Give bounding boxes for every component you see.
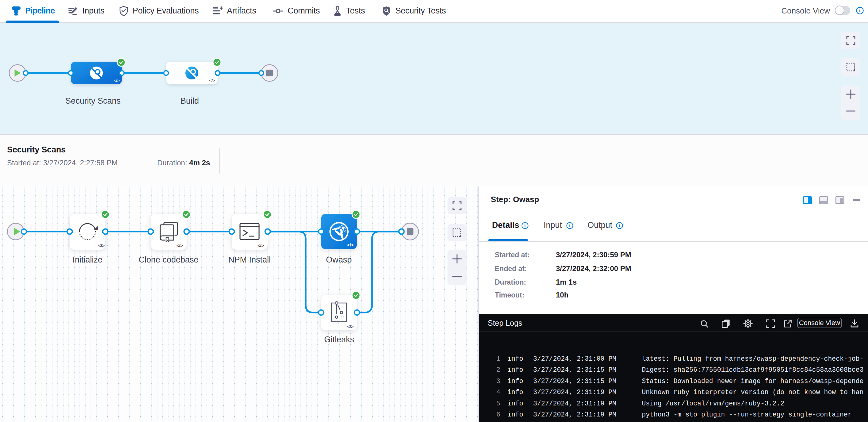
- svg-text:</>: </>: [98, 243, 105, 248]
- svg-text:</>: </>: [177, 243, 183, 248]
- svg-text:</>: </>: [347, 324, 353, 329]
- svg-text:</>: </>: [114, 78, 120, 83]
- svg-text:</>: </>: [257, 243, 264, 248]
- svg-text:</>: </>: [209, 78, 215, 83]
- svg-text:</>: </>: [347, 242, 353, 248]
